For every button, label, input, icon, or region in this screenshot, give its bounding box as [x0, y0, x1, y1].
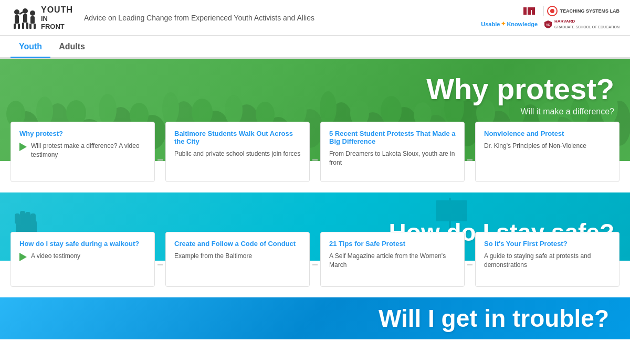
play-button-icon[interactable] — [19, 143, 27, 151]
svg-point-1 — [14, 9, 19, 15]
svg-rect-62 — [15, 213, 20, 224]
how-safe-cards: How do I stay safe during a walkout? A v… — [0, 232, 630, 287]
svg-point-44 — [99, 94, 117, 125]
card-title: Why protest? — [19, 130, 146, 137]
svg-rect-11 — [30, 16, 35, 24]
svg-rect-64 — [25, 212, 30, 222]
connector-1 — [158, 159, 163, 160]
svg-rect-14 — [523, 7, 527, 15]
logo-youth: YOUTH — [41, 5, 73, 15]
svg-point-51 — [320, 91, 337, 125]
why-protest-title-area: Why protest? Will it make a difference? — [426, 74, 614, 116]
why-protest-section: Why protest? Will it make a difference? … — [0, 59, 630, 182]
card-first-protest[interactable]: So It's Your First Protest? A guide to s… — [475, 232, 620, 287]
svg-rect-6 — [23, 14, 27, 23]
svg-rect-17 — [528, 7, 535, 10]
connector-safe-1 — [158, 264, 163, 265]
card-safe-walkout-video[interactable]: How do I stay safe during a walkout? A v… — [10, 232, 155, 287]
why-protest-main-title: Why protest? — [426, 74, 614, 104]
header-right-logos: TEACHING SYSTEMS LAB Usable ✦ Knowledge … — [481, 6, 620, 29]
svg-point-46 — [162, 92, 179, 125]
why-protest-cards: Why protest? Will protest make a differe… — [0, 122, 630, 182]
card-description: A video testimony — [31, 252, 80, 261]
nav-tabs: Youth Adults — [0, 36, 630, 59]
svg-point-5 — [23, 8, 28, 14]
logo-icon — [10, 5, 37, 31]
card-why-protest-video[interactable]: Why protest? Will protest make a differe… — [10, 122, 155, 182]
svg-rect-65 — [30, 213, 36, 223]
card-21-tips[interactable]: 21 Tips for Safe Protest A Self Magazine… — [320, 232, 465, 287]
harvard-text: HARVARD GRADUATE SCHOOL OF EDUCATION — [554, 19, 620, 29]
svg-point-50 — [287, 97, 307, 125]
svg-rect-67 — [436, 200, 467, 221]
logo-in: IN — [41, 15, 73, 23]
card-title: 5 Recent Student Protests That Made a Bi… — [329, 130, 456, 145]
svg-rect-8 — [22, 23, 24, 29]
svg-text:VE: VE — [546, 23, 550, 26]
harvard-shield-icon: VE — [544, 20, 552, 28]
card-title: Create and Follow a Code of Conduct — [174, 240, 301, 248]
svg-point-48 — [225, 95, 243, 125]
card-nonviolence[interactable]: Nonviolence and Protest Dr. King's Princ… — [475, 122, 620, 182]
connector-safe-2 — [312, 264, 318, 265]
svg-point-10 — [30, 10, 35, 16]
svg-rect-13 — [34, 24, 36, 29]
card-code-of-conduct[interactable]: Create and Follow a Code of Conduct Exam… — [165, 232, 310, 287]
card-title: 21 Tips for Safe Protest — [329, 240, 456, 248]
will-trouble-section: Will I get in trouble? — [0, 297, 630, 339]
svg-rect-63 — [20, 211, 25, 222]
svg-rect-3 — [14, 24, 16, 29]
card-title: Nonviolence and Protest — [484, 130, 611, 137]
connector-2 — [312, 159, 318, 160]
bottom-logos-row: Usable ✦ Knowledge VE HARVARD GRADUATE S… — [481, 19, 620, 29]
header-tagline: Advice on Leading Change from Experience… — [84, 14, 481, 22]
card-description: Example from the Baltimore — [174, 252, 301, 261]
play-button-icon[interactable] — [19, 253, 27, 261]
logo-front: FRONT — [41, 23, 73, 30]
uk-label: Usable — [481, 21, 500, 27]
tsl-text: TEACHING SYSTEMS LAB — [560, 8, 620, 14]
tab-youth[interactable]: Youth — [10, 37, 50, 58]
card-title: So It's Your First Protest? — [484, 240, 611, 248]
card-baltimore[interactable]: Baltimore Students Walk Out Across the C… — [165, 122, 310, 182]
card-5-protests[interactable]: 5 Recent Student Protests That Made a Bi… — [320, 122, 465, 182]
mit-logo — [523, 7, 540, 15]
mit-tsl-row: TEACHING SYSTEMS LAB — [523, 6, 620, 16]
svg-rect-4 — [18, 24, 20, 29]
card-title: How do I stay safe during a walkout? — [19, 240, 146, 248]
card-description: Will protest make a difference? A video … — [31, 142, 146, 159]
card-description: A guide to staying safe at protests and … — [484, 252, 611, 270]
card-description: From Dreamers to Lakota Sioux, youth are… — [329, 149, 456, 167]
card-description: Dr. King's Principles of Non-Violence — [484, 142, 611, 151]
logo-text: YOUTH IN FRONT — [41, 5, 73, 30]
svg-rect-9 — [26, 23, 28, 29]
card-description: Public and private school students join … — [174, 149, 301, 158]
logo[interactable]: YOUTH IN FRONT — [10, 5, 74, 31]
svg-point-53 — [381, 96, 402, 125]
connector-safe-3 — [467, 264, 472, 265]
how-safe-section: How do I stay safe? Staying safe during … — [0, 192, 630, 287]
tsl-icon — [547, 6, 558, 16]
usable-knowledge-logo: Usable ✦ Knowledge — [481, 20, 538, 27]
svg-point-19 — [550, 9, 554, 13]
header: YOUTH IN FRONT Advice on Leading Change … — [0, 0, 630, 36]
uk-dot: ✦ — [501, 20, 506, 27]
trouble-title: Will I get in trouble? — [379, 304, 609, 333]
svg-rect-2 — [15, 15, 19, 24]
card-title: Baltimore Students Walk Out Across the C… — [174, 130, 301, 145]
uk-knowledge: Knowledge — [507, 21, 538, 27]
card-description: A Self Magazine article from the Women's… — [329, 252, 456, 270]
connector-3 — [467, 159, 472, 160]
why-protest-subtitle: Will it make a difference? — [426, 107, 614, 116]
tab-adults[interactable]: Adults — [50, 37, 93, 58]
mit-logo-svg — [523, 7, 540, 15]
harvard-logo: VE HARVARD GRADUATE SCHOOL OF EDUCATION — [544, 19, 620, 29]
tsl-logo: TEACHING SYSTEMS LAB — [547, 6, 620, 16]
svg-rect-12 — [29, 24, 32, 29]
